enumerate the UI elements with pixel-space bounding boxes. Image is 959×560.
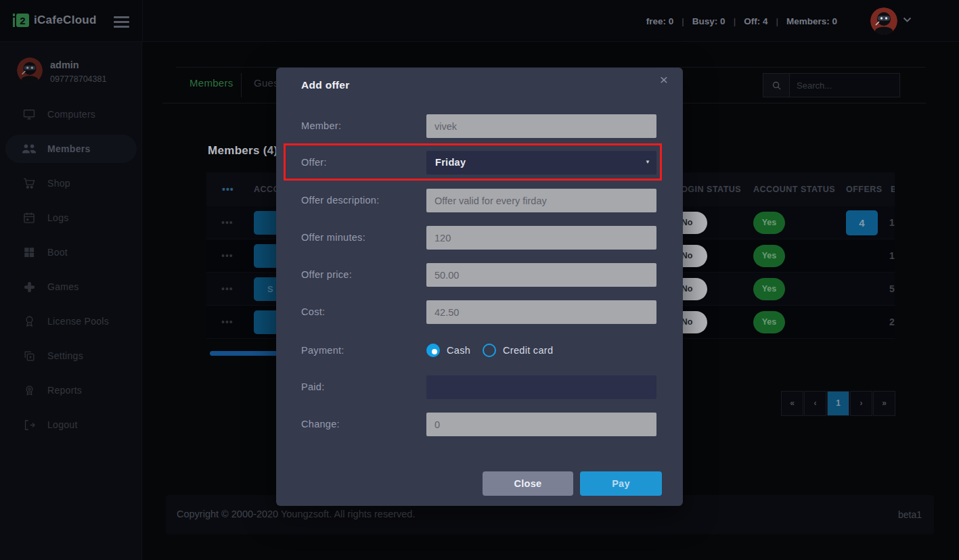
status-separator: | <box>734 16 736 26</box>
page-title: Members (4) <box>208 144 277 158</box>
tab-divider <box>241 73 242 97</box>
cash-option-label: Cash <box>447 345 470 356</box>
version-label: beta1 <box>898 509 922 520</box>
search-input[interactable] <box>790 73 900 97</box>
sidebar-item-label: Shop <box>47 178 70 189</box>
modal-close-icon[interactable]: × <box>660 72 668 88</box>
change-input <box>426 413 656 436</box>
sidebar-item-label: Members <box>47 143 91 154</box>
layers-icon <box>22 348 37 363</box>
paid-field-row: Paid: <box>276 375 683 399</box>
status-busy-value: 0 <box>720 16 726 26</box>
sidebar-user-avatar[interactable] <box>17 57 43 83</box>
offer-description-field-row: Offer description: <box>276 189 683 212</box>
account-status-column-header: ACCOUNT STATUS <box>753 172 835 206</box>
status-separator: | <box>682 16 684 26</box>
offer-label: Offer: <box>301 151 327 174</box>
status-members-label: Members: <box>786 16 830 26</box>
badge-icon <box>22 314 37 329</box>
login-status-column-header: LOGIN STATUS <box>675 172 741 206</box>
clipped-column-header: B <box>891 172 895 206</box>
pagination-page-1[interactable]: 1 <box>827 391 849 416</box>
windows-icon <box>22 245 37 260</box>
row-actions-menu[interactable]: ••• <box>221 306 233 339</box>
ninja-avatar-icon <box>17 57 43 83</box>
pagination-first[interactable]: « <box>781 391 803 416</box>
payment-radio-group: Cash Credit card <box>426 342 553 358</box>
member-field-row: Member: <box>276 114 683 138</box>
sidebar-item-label: Boot <box>47 247 68 258</box>
offer-minutes-input <box>426 226 656 250</box>
calendar-icon <box>22 210 37 225</box>
cost-field-row: Cost: <box>276 300 683 324</box>
sidebar-item-label: Logs <box>47 212 69 223</box>
credit-card-option-label: Credit card <box>503 345 553 356</box>
status-busy-label: Busy: <box>692 16 718 26</box>
search-icon[interactable] <box>763 73 790 97</box>
sidebar-item-settings[interactable]: Settings <box>5 342 137 370</box>
sidebar: admin 097778704381 Computers Members Sho… <box>0 42 142 560</box>
row-actions-menu[interactable]: ••• <box>221 273 233 306</box>
sidebar-user-phone: 097778704381 <box>50 74 106 84</box>
sidebar-item-label: Logout <box>47 419 78 430</box>
tab-members[interactable]: Members <box>189 77 233 89</box>
sidebar-item-logout[interactable]: Logout <box>5 411 137 439</box>
hamburger-menu-icon[interactable] <box>114 16 129 30</box>
sidebar-item-license-pools[interactable]: License Pools <box>5 307 137 335</box>
sidebar-item-games[interactable]: Games <box>5 273 137 301</box>
cart-icon <box>22 176 37 191</box>
brand-text: iCafeCloud <box>34 14 97 27</box>
computers-icon <box>22 107 37 122</box>
search-box <box>763 73 900 97</box>
change-field-row: Change: <box>276 413 683 436</box>
sidebar-item-reports[interactable]: Reports <box>5 376 137 404</box>
offers-count-badge[interactable]: 4 <box>846 210 878 235</box>
close-button[interactable]: Close <box>483 471 573 496</box>
account-status-badge: Yes <box>753 245 785 267</box>
radio-checked-icon[interactable] <box>426 344 440 357</box>
sidebar-item-label: Games <box>47 281 79 292</box>
offer-description-input <box>426 189 656 212</box>
chevron-down-icon[interactable] <box>903 17 912 23</box>
cost-label: Cost: <box>301 300 325 324</box>
row-actions-menu[interactable]: ••• <box>221 239 233 273</box>
gamepad-icon <box>22 279 37 294</box>
payment-label: Payment: <box>301 342 344 358</box>
ninja-avatar-icon <box>870 7 897 34</box>
paid-label: Paid: <box>301 375 325 399</box>
clipped-cell-value: 1 <box>889 239 895 273</box>
pagination: « ‹ 1 › » <box>781 391 896 416</box>
sidebar-item-shop[interactable]: Shop <box>5 169 137 197</box>
payment-option-credit-card[interactable]: Credit card <box>483 344 553 357</box>
pay-button[interactable]: Pay <box>580 471 662 496</box>
payment-option-cash[interactable]: Cash <box>426 344 470 357</box>
sidebar-item-label: Settings <box>47 350 83 361</box>
session-status-bar: free: 0 | Busy: 0 | Off: 4 | Members: 0 <box>646 0 837 42</box>
row-actions-menu[interactable]: ••• <box>221 206 233 239</box>
sidebar-item-logs[interactable]: Logs <box>5 204 137 232</box>
radio-unchecked-icon[interactable] <box>483 344 496 357</box>
status-free-label: free: <box>646 16 666 26</box>
sidebar-item-label: Computers <box>47 109 95 120</box>
brand-logo[interactable]: 2 iCafeCloud <box>12 11 97 29</box>
offer-minutes-field-row: Offer minutes: <box>276 226 683 250</box>
sidebar-item-label: Reports <box>47 385 82 396</box>
pagination-prev[interactable]: ‹ <box>804 391 826 416</box>
cost-input <box>426 300 656 324</box>
sidebar-item-computers[interactable]: Computers <box>5 100 137 129</box>
clipped-cell-value: 5 <box>889 273 895 306</box>
sidebar-item-members[interactable]: Members <box>5 135 137 163</box>
offer-field-row: Offer: Friday ▼ <box>276 151 683 174</box>
account-status-badge: Yes <box>753 212 785 234</box>
icafecloud-logo-icon: 2 <box>12 11 30 29</box>
offer-minutes-label: Offer minutes: <box>301 226 365 250</box>
pagination-last[interactable]: » <box>873 391 895 416</box>
logout-icon <box>22 417 37 432</box>
offer-select[interactable]: Friday ▼ <box>426 151 656 174</box>
offer-price-label: Offer price: <box>301 263 352 287</box>
user-avatar[interactable] <box>870 7 897 34</box>
sidebar-item-boot[interactable]: Boot <box>5 238 137 266</box>
pagination-next[interactable]: › <box>850 391 872 416</box>
paid-input[interactable] <box>426 375 656 399</box>
modal-title: Add offer <box>301 79 350 91</box>
